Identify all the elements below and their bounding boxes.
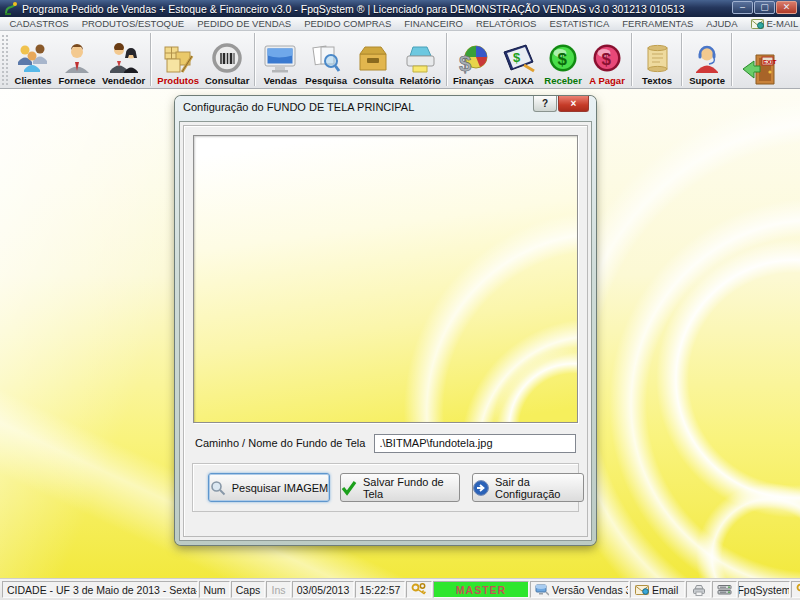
status-insert: Ins [266, 581, 291, 598]
toolbar-a-pagar-button[interactable]: $ A Pagar [585, 31, 629, 88]
toolbar-financas-button[interactable]: $ Finanças [450, 31, 497, 88]
window-title: Programa Pedido de Vendas + Estoque & Fi… [22, 3, 685, 15]
toolbar-consultar-button[interactable]: Consultar [202, 31, 252, 88]
dialog-title[interactable]: Configuração do FUNDO DE TELA PRINCIPAL [183, 101, 414, 113]
printer-icon [403, 42, 437, 75]
toolbar-separator [446, 33, 448, 86]
search-image-button[interactable]: Pesquisar IMAGEM [208, 473, 330, 502]
status-capslock: Caps [231, 581, 265, 598]
toolbar-vendedor-button[interactable]: Vendedor [99, 31, 148, 88]
receive-money-icon: $ [547, 42, 579, 75]
keys-icon [796, 583, 800, 596]
toolbar-separator [254, 33, 256, 86]
svg-text:$: $ [513, 50, 521, 65]
path-input[interactable] [374, 434, 576, 453]
products-icon [161, 42, 195, 75]
exit-arrow-icon [473, 480, 489, 496]
menu-financeiro[interactable]: FINANCEIRO [398, 18, 470, 29]
dialog-close-icon[interactable]: × [558, 96, 589, 112]
cashbook-icon: $ [501, 42, 537, 75]
drawer-icon [356, 42, 390, 75]
toolbar-receber-button[interactable]: $ Receber [541, 31, 585, 88]
menu-relatorios[interactable]: RELATÓRIOS [469, 18, 543, 29]
toolbar-produtos-button[interactable]: Produtos [154, 31, 202, 88]
printer-small-icon [692, 584, 706, 596]
app-logo-icon [4, 2, 18, 15]
path-label: Caminho / Nome do Fundo de Tela [195, 437, 365, 449]
save-background-button[interactable]: Salvar Fundo de Tela [340, 473, 460, 502]
wallpaper-preview [193, 135, 578, 423]
exit-door-icon: EXIT [738, 53, 780, 86]
toolbar-clientes-button[interactable]: Clientes [11, 31, 55, 88]
search-docs-icon [309, 42, 343, 75]
menu-ferramentas[interactable]: FERRAMENTAS [616, 18, 700, 29]
toolbar-separator [631, 33, 633, 86]
menu-estatistica[interactable]: ESTATISTICA [543, 18, 616, 29]
pay-money-icon: $ [591, 42, 623, 75]
svg-text:$: $ [602, 50, 612, 69]
help-icon[interactable]: ? [533, 96, 557, 112]
close-icon[interactable]: ✕ [776, 1, 797, 14]
menu-ajuda[interactable]: AJUDA [700, 18, 744, 29]
check-icon [341, 480, 357, 496]
toolbar: Clientes Fornece Vendedor Produtos Consu… [0, 31, 800, 89]
status-printer [686, 581, 711, 598]
status-brand: FpqSystem [738, 581, 790, 598]
toolbar-separator [731, 33, 733, 86]
menu-produtos-estoque[interactable]: PRODUTOS/ESTOQUE [75, 18, 191, 29]
status-network [712, 581, 737, 598]
window-titlebar[interactable]: Programa Pedido de Vendas + Estoque & Fi… [0, 0, 800, 17]
magnifier-icon [210, 480, 226, 496]
status-time: 15:22:57 [355, 581, 405, 598]
pie-money-icon: $ [455, 42, 491, 75]
support-icon [690, 42, 724, 75]
toolbar-textos-button[interactable]: Textos [635, 31, 679, 88]
menu-pedido-compras[interactable]: PEDIDO COMPRAS [298, 18, 398, 29]
envelope-icon [635, 585, 649, 595]
minimize-icon[interactable]: – [732, 1, 753, 14]
toolbar-exit-button[interactable]: EXIT [735, 31, 783, 88]
scroll-icon [641, 42, 673, 75]
status-user-level: MASTER [433, 581, 529, 598]
status-version: Versão Vendas 3.0 [530, 581, 629, 598]
barcode-icon [211, 42, 243, 75]
keys-icon [411, 583, 427, 596]
dialog-client-area: Caminho / Nome do Fundo de Tela Pesquisa… [179, 121, 592, 541]
toolbar-relatorio-button[interactable]: Relatório [397, 31, 444, 88]
menu-cadastros[interactable]: CADASTROS [3, 18, 75, 29]
menu-email[interactable]: E-MAIL [744, 18, 800, 29]
svg-text:$: $ [558, 50, 568, 69]
exit-config-button[interactable]: Sair da Configuração [472, 473, 584, 502]
toolbar-separator [150, 33, 152, 86]
dialog-panel: Caminho / Nome do Fundo de Tela Pesquisa… [183, 125, 588, 537]
toolbar-fornece-button[interactable]: Fornece [55, 31, 99, 88]
status-date: 03/05/2013 [292, 581, 354, 598]
status-email: Email [630, 581, 685, 598]
toolbar-grip [1, 34, 10, 85]
status-location-date: CIDADE - UF 3 de Maio de 2013 - Sexta-fe… [2, 581, 198, 598]
maximize-icon[interactable]: ▢ [754, 1, 775, 14]
sellers-icon [107, 42, 141, 75]
status-keys-left [406, 581, 432, 598]
toolbar-caixa-button[interactable]: $ CAIXA [497, 31, 541, 88]
status-numlock: Num [199, 581, 230, 598]
toolbar-consulta-button[interactable]: Consulta [350, 31, 397, 88]
supplier-icon [60, 42, 94, 75]
toolbar-suporte-button[interactable]: Suporte [685, 31, 729, 88]
monitor-icon [262, 42, 298, 75]
computer-icon [535, 584, 549, 596]
toolbar-pesquisa-button[interactable]: Pesquisa [302, 31, 350, 88]
status-keys-right [791, 581, 800, 598]
status-bar: CIDADE - UF 3 de Maio de 2013 - Sexta-fe… [0, 578, 800, 600]
menu-bar: CADASTROS PRODUTOS/ESTOQUE PEDIDO DE VEN… [0, 17, 800, 31]
menu-pedido-de-vendas[interactable]: PEDIDO DE VENDAS [191, 18, 298, 29]
clients-icon [16, 42, 50, 75]
svg-text:EXIT: EXIT [763, 59, 777, 65]
config-dialog: Configuração do FUNDO DE TELA PRINCIPAL … [175, 96, 596, 545]
toolbar-vendas-button[interactable]: Vendas [258, 31, 302, 88]
network-icon [717, 584, 732, 596]
dialog-button-group: Pesquisar IMAGEM Salvar Fundo de Tela Sa… [192, 463, 579, 512]
svg-text:$: $ [459, 51, 471, 74]
toolbar-separator [681, 33, 683, 86]
email-icon [751, 19, 764, 29]
